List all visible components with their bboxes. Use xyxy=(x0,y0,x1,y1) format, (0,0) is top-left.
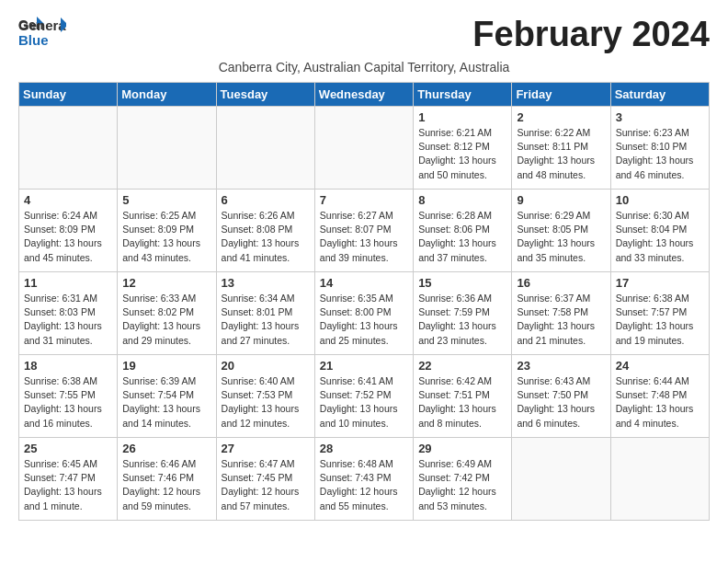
week-row-1: 1Sunrise: 6:21 AMSunset: 8:12 PMDaylight… xyxy=(19,107,710,190)
day-number: 23 xyxy=(517,359,605,373)
day-number: 15 xyxy=(418,276,506,290)
day-info: Sunrise: 6:34 AMSunset: 8:01 PMDaylight:… xyxy=(222,292,310,348)
week-row-2: 4Sunrise: 6:24 AMSunset: 8:09 PMDaylight… xyxy=(19,190,710,272)
calendar-cell: 1Sunrise: 6:21 AMSunset: 8:12 PMDaylight… xyxy=(414,107,512,190)
month-title: February 2024 xyxy=(472,15,710,54)
calendar-cell: 7Sunrise: 6:27 AMSunset: 8:07 PMDaylight… xyxy=(314,190,413,272)
calendar-cell xyxy=(512,438,610,521)
calendar-cell: 5Sunrise: 6:25 AMSunset: 8:09 PMDaylight… xyxy=(118,190,216,272)
day-number: 26 xyxy=(122,442,210,455)
svg-text:General: General xyxy=(18,17,66,33)
calendar-cell: 15Sunrise: 6:36 AMSunset: 7:59 PMDayligh… xyxy=(414,272,512,355)
weekday-header-wednesday: Wednesday xyxy=(314,83,413,107)
day-number: 8 xyxy=(418,193,506,207)
day-info: Sunrise: 6:24 AMSunset: 8:09 PMDaylight:… xyxy=(24,209,112,265)
day-info: Sunrise: 6:44 AMSunset: 7:48 PMDaylight:… xyxy=(616,374,704,431)
week-row-3: 11Sunrise: 6:31 AMSunset: 8:03 PMDayligh… xyxy=(19,272,710,355)
calendar-cell: 16Sunrise: 6:37 AMSunset: 7:58 PMDayligh… xyxy=(512,272,610,355)
day-info: Sunrise: 6:41 AMSunset: 7:52 PMDaylight:… xyxy=(320,374,408,431)
day-number: 1 xyxy=(418,110,506,124)
day-info: Sunrise: 6:37 AMSunset: 7:58 PMDaylight:… xyxy=(517,292,605,348)
day-number: 17 xyxy=(616,276,704,290)
calendar-cell: 21Sunrise: 6:41 AMSunset: 7:52 PMDayligh… xyxy=(314,355,413,438)
location-subtitle: Canberra City, Australian Capital Territ… xyxy=(18,60,710,75)
calendar-cell: 24Sunrise: 6:44 AMSunset: 7:48 PMDayligh… xyxy=(610,355,709,438)
calendar-table: SundayMondayTuesdayWednesdayThursdayFrid… xyxy=(18,82,710,521)
calendar-cell: 26Sunrise: 6:46 AMSunset: 7:46 PMDayligh… xyxy=(118,438,216,521)
weekday-header-tuesday: Tuesday xyxy=(216,83,314,107)
day-info: Sunrise: 6:46 AMSunset: 7:46 PMDaylight:… xyxy=(122,457,210,513)
day-info: Sunrise: 6:38 AMSunset: 7:55 PMDaylight:… xyxy=(24,374,112,431)
day-info: Sunrise: 6:39 AMSunset: 7:54 PMDaylight:… xyxy=(122,374,210,431)
day-info: Sunrise: 6:40 AMSunset: 7:53 PMDaylight:… xyxy=(222,374,310,431)
calendar-cell: 13Sunrise: 6:34 AMSunset: 8:01 PMDayligh… xyxy=(216,272,314,355)
day-info: Sunrise: 6:38 AMSunset: 7:57 PMDaylight:… xyxy=(616,292,704,348)
svg-text:Blue: Blue xyxy=(18,32,49,48)
day-info: Sunrise: 6:45 AMSunset: 7:47 PMDaylight:… xyxy=(24,457,112,513)
calendar-cell: 6Sunrise: 6:26 AMSunset: 8:08 PMDaylight… xyxy=(216,190,314,272)
calendar-cell: 23Sunrise: 6:43 AMSunset: 7:50 PMDayligh… xyxy=(512,355,610,438)
day-info: Sunrise: 6:49 AMSunset: 7:42 PMDaylight:… xyxy=(418,457,506,513)
day-info: Sunrise: 6:43 AMSunset: 7:50 PMDaylight:… xyxy=(517,374,605,431)
calendar-cell: 19Sunrise: 6:39 AMSunset: 7:54 PMDayligh… xyxy=(118,355,216,438)
day-number: 25 xyxy=(24,442,112,455)
day-number: 2 xyxy=(517,110,605,124)
day-number: 11 xyxy=(24,276,112,290)
calendar-cell: 9Sunrise: 6:29 AMSunset: 8:05 PMDaylight… xyxy=(512,190,610,272)
day-info: Sunrise: 6:42 AMSunset: 7:51 PMDaylight:… xyxy=(418,374,506,431)
day-info: Sunrise: 6:33 AMSunset: 8:02 PMDaylight:… xyxy=(122,292,210,348)
calendar-cell xyxy=(216,107,314,190)
day-info: Sunrise: 6:48 AMSunset: 7:43 PMDaylight:… xyxy=(320,457,408,513)
calendar-cell: 20Sunrise: 6:40 AMSunset: 7:53 PMDayligh… xyxy=(216,355,314,438)
day-info: Sunrise: 6:25 AMSunset: 8:09 PMDaylight:… xyxy=(122,209,210,265)
day-info: Sunrise: 6:36 AMSunset: 7:59 PMDaylight:… xyxy=(418,292,506,348)
day-number: 21 xyxy=(320,359,408,373)
calendar-cell: 11Sunrise: 6:31 AMSunset: 8:03 PMDayligh… xyxy=(19,272,118,355)
day-number: 22 xyxy=(418,359,506,373)
calendar-cell xyxy=(118,107,216,190)
day-info: Sunrise: 6:47 AMSunset: 7:45 PMDaylight:… xyxy=(222,457,310,513)
day-info: Sunrise: 6:22 AMSunset: 8:11 PMDaylight:… xyxy=(517,126,605,182)
calendar-cell: 18Sunrise: 6:38 AMSunset: 7:55 PMDayligh… xyxy=(19,355,118,438)
day-number: 16 xyxy=(517,276,605,290)
weekday-header-friday: Friday xyxy=(512,83,610,107)
day-info: Sunrise: 6:28 AMSunset: 8:06 PMDaylight:… xyxy=(418,209,506,265)
day-number: 7 xyxy=(320,193,408,207)
day-number: 4 xyxy=(24,193,112,207)
day-info: Sunrise: 6:23 AMSunset: 8:10 PMDaylight:… xyxy=(616,126,704,182)
calendar-cell: 17Sunrise: 6:38 AMSunset: 7:57 PMDayligh… xyxy=(610,272,709,355)
day-number: 28 xyxy=(320,442,408,455)
day-number: 18 xyxy=(24,359,112,373)
day-info: Sunrise: 6:30 AMSunset: 8:04 PMDaylight:… xyxy=(616,209,704,265)
day-number: 10 xyxy=(616,193,704,207)
day-number: 14 xyxy=(320,276,408,290)
calendar-cell: 29Sunrise: 6:49 AMSunset: 7:42 PMDayligh… xyxy=(414,438,512,521)
day-number: 13 xyxy=(222,276,310,290)
calendar-cell: 4Sunrise: 6:24 AMSunset: 8:09 PMDaylight… xyxy=(19,190,118,272)
day-number: 9 xyxy=(517,193,605,207)
day-info: Sunrise: 6:21 AMSunset: 8:12 PMDaylight:… xyxy=(418,126,506,182)
calendar-cell: 3Sunrise: 6:23 AMSunset: 8:10 PMDaylight… xyxy=(610,107,709,190)
weekday-header-row: SundayMondayTuesdayWednesdayThursdayFrid… xyxy=(19,83,710,107)
calendar-cell xyxy=(610,438,709,521)
calendar-cell: 28Sunrise: 6:48 AMSunset: 7:43 PMDayligh… xyxy=(314,438,413,521)
day-number: 29 xyxy=(418,442,506,455)
calendar-cell xyxy=(19,107,118,190)
weekday-header-thursday: Thursday xyxy=(414,83,512,107)
day-info: Sunrise: 6:27 AMSunset: 8:07 PMDaylight:… xyxy=(320,209,408,265)
weekday-header-saturday: Saturday xyxy=(610,83,709,107)
week-row-5: 25Sunrise: 6:45 AMSunset: 7:47 PMDayligh… xyxy=(19,438,710,521)
calendar-cell: 22Sunrise: 6:42 AMSunset: 7:51 PMDayligh… xyxy=(414,355,512,438)
weekday-header-monday: Monday xyxy=(118,83,216,107)
day-number: 12 xyxy=(122,276,210,290)
day-info: Sunrise: 6:31 AMSunset: 8:03 PMDaylight:… xyxy=(24,292,112,348)
calendar-cell: 27Sunrise: 6:47 AMSunset: 7:45 PMDayligh… xyxy=(216,438,314,521)
calendar-cell: 10Sunrise: 6:30 AMSunset: 8:04 PMDayligh… xyxy=(610,190,709,272)
calendar-cell: 12Sunrise: 6:33 AMSunset: 8:02 PMDayligh… xyxy=(118,272,216,355)
weekday-header-sunday: Sunday xyxy=(19,83,118,107)
calendar-cell xyxy=(314,107,413,190)
day-info: Sunrise: 6:29 AMSunset: 8:05 PMDaylight:… xyxy=(517,209,605,265)
day-number: 20 xyxy=(222,359,310,373)
day-info: Sunrise: 6:26 AMSunset: 8:08 PMDaylight:… xyxy=(222,209,310,265)
day-number: 6 xyxy=(222,193,310,207)
